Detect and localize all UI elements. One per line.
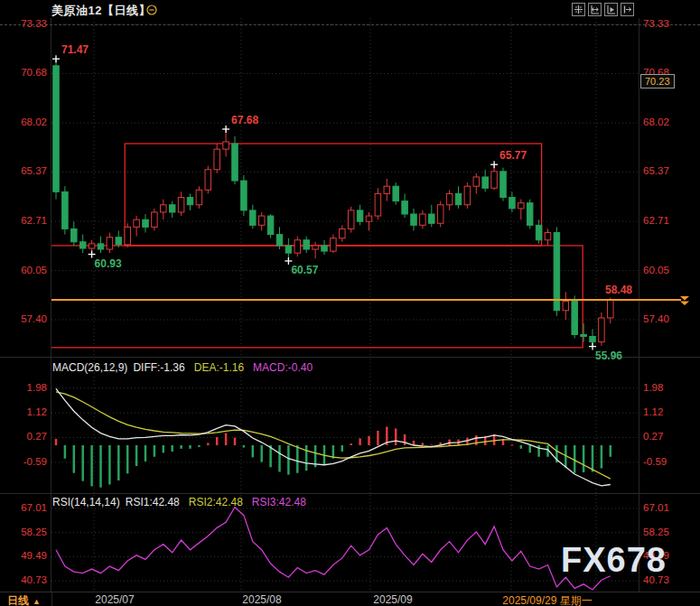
price-annotation: 55.96 [595, 350, 622, 362]
macd-header: MACD(26,12,9)DIFF:-1.36DEA:-1.16MACD:-0.… [52, 361, 313, 374]
bottom-bar: 日线▲ 2025/072025/082025/092025/09/29 星期一 [0, 592, 700, 606]
y-axis-label: 73.33 [4, 18, 47, 29]
y-axis-label: 57.40 [643, 313, 669, 324]
right-axis-divider [639, 18, 639, 592]
macd-axis-label: 1.98 [643, 382, 663, 393]
trading-app-window: { "window": { "title": "美原油12", "period"… [0, 0, 700, 606]
price-annotation: 60.57 [291, 264, 318, 276]
rsi-axis-label: 49.49 [4, 550, 47, 561]
main-chart-canvas[interactable] [51, 18, 639, 357]
macd-axis-label: 1.98 [4, 382, 47, 393]
axis-scale-icon[interactable] [588, 3, 602, 16]
dea-line [56, 392, 611, 479]
axis-play-icon[interactable] [604, 3, 618, 16]
period-label: 【日线】 [102, 4, 151, 17]
macd-axis-label: -0.59 [4, 456, 47, 467]
bottom-bar-divider [51, 592, 52, 606]
axis-shift-icon[interactable] [621, 3, 634, 16]
period-tab-arrow-icon: ▲ [33, 597, 41, 606]
macd-axis-label: 0.27 [643, 431, 663, 442]
rsi-panel-separator[interactable] [0, 493, 700, 494]
y-axis-label: 65.37 [4, 165, 47, 176]
price-annotation: 60.93 [95, 257, 122, 270]
rsi-params: RSI(14,14,14) [52, 496, 120, 508]
rsi-axis-label: 58.25 [4, 527, 47, 537]
fx678-watermark: FX678 [561, 541, 667, 580]
macd-axis-label: 0.27 [4, 431, 47, 442]
title-bar: 美原油12【日线】 [0, 0, 700, 18]
price-annotation: 67.68 [231, 114, 258, 126]
macd-gridlines [51, 359, 639, 493]
y-axis-label: 68.02 [4, 117, 47, 127]
y-axis-label: 70.68 [4, 67, 47, 78]
y-axis-label: 62.71 [643, 215, 669, 226]
candles-layer [53, 59, 613, 346]
y-axis-label: 62.71 [4, 215, 47, 226]
rsi3-readout: RSI3:42.48 [252, 496, 306, 508]
x-axis-date-label: 2025/09/29 星期一 [502, 593, 592, 606]
macd-axis-label: 1.12 [4, 406, 47, 417]
chart-toolbar [572, 3, 634, 16]
main-gridlines [51, 18, 639, 357]
rsi-axis-label: 67.01 [4, 502, 47, 513]
rsi-header: RSI(14,14,14)RSI1:42.48RSI2:42.48RSI3:42… [52, 496, 306, 508]
rsi-canvas[interactable] [51, 495, 639, 592]
x-axis-date-label: 2025/08 [242, 593, 281, 606]
y-axis-label: 73.33 [643, 18, 669, 29]
x-axis-date-label: 2025/09 [373, 593, 412, 606]
collapse-icon[interactable] [146, 5, 157, 15]
rsi-axis-label: 67.01 [643, 502, 669, 513]
y-axis-label: 57.40 [4, 313, 47, 324]
rsi2-readout: RSI2:42.48 [189, 496, 243, 508]
y-axis-label: 68.02 [643, 117, 669, 127]
rsi-line [56, 508, 611, 590]
last-price-label: 58.48 [605, 284, 632, 296]
period-tab[interactable]: 日线▲ [7, 593, 41, 606]
rsi-gridlines [51, 495, 639, 592]
symbol-name: 美原油12 [51, 4, 102, 17]
macd-axis-label: 1.12 [643, 406, 663, 417]
rsi-axis-label: 58.25 [643, 527, 669, 537]
macd-canvas[interactable] [51, 359, 639, 493]
chart-title: 美原油12【日线】 [51, 3, 151, 19]
prev-close-label: 70.23 [640, 74, 675, 89]
macd-dea-readout: DEA:-1.16 [194, 361, 244, 374]
price-annotation: 71.47 [61, 43, 89, 56]
rsi1-readout: RSI1:42.48 [126, 496, 180, 508]
macd-macd-readout: MACD:-0.40 [253, 361, 313, 374]
last-price-marker-icon[interactable] [679, 294, 692, 305]
x-axis-date-label: 2025/07 [95, 593, 134, 606]
rsi-axis-label: 40.73 [4, 574, 47, 585]
pan-crosshair-icon[interactable] [572, 3, 585, 16]
diff-line [56, 388, 611, 485]
y-axis-label: 60.05 [4, 265, 47, 275]
last-price-line [51, 299, 681, 301]
macd-diff-readout: DIFF:-1.36 [133, 361, 184, 374]
y-axis-label: 65.37 [643, 165, 669, 176]
period-tab-label: 日线 [7, 594, 29, 606]
macd-axis-label: -0.59 [643, 456, 667, 467]
y-axis-label: 60.05 [643, 265, 669, 275]
macd-params: MACD(26,12,9) [52, 361, 127, 374]
price-annotation: 65.77 [499, 149, 527, 162]
